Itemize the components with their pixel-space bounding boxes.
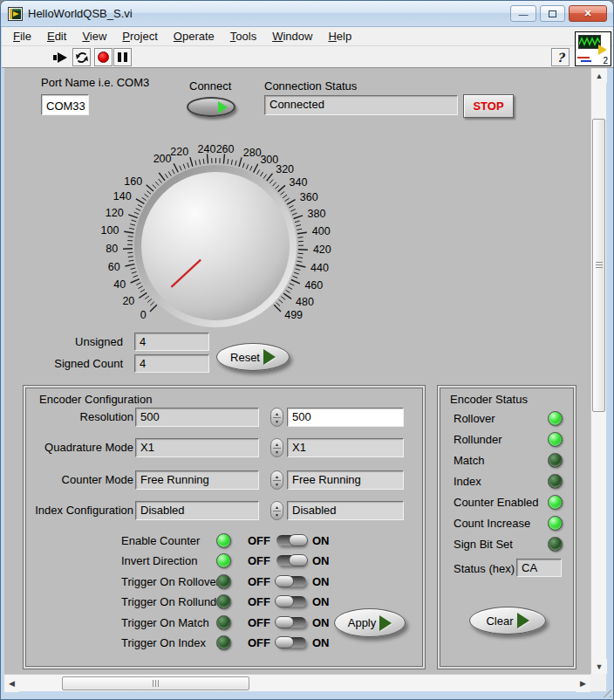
wire-blue (581, 60, 591, 62)
abort-icon (98, 51, 109, 63)
trigger-on-rollover-switch[interactable] (275, 575, 308, 587)
enable-counter-switch[interactable] (275, 534, 308, 546)
index-configuration-control[interactable]: Disabled (287, 501, 404, 520)
on-label: ON (312, 636, 330, 649)
svg-text:420: 420 (313, 244, 331, 256)
scroll-up-arrow[interactable]: ▲ (591, 68, 607, 83)
scroll-left-arrow[interactable]: ◀ (4, 675, 19, 692)
stop-button[interactable]: STOP (463, 94, 514, 118)
spinner-up-icon[interactable]: ▲ (275, 442, 279, 447)
quadrature-mode-spinner[interactable]: ▲▼ (270, 438, 283, 457)
horizontal-scroll-thumb[interactable] (62, 676, 249, 690)
reset-button[interactable]: Reset (216, 343, 290, 371)
trigger-on-match-switch[interactable] (275, 616, 308, 628)
counter-mode-indicator: Free Running (135, 470, 259, 490)
window-title: HelloWorldQSB_S.vi (28, 7, 133, 20)
vertical-scroll-thumb[interactable] (592, 119, 605, 412)
restore-icon (549, 10, 556, 17)
restore-button[interactable] (540, 5, 565, 22)
minimize-button[interactable]: — (510, 5, 536, 22)
menu-project[interactable]: Project (114, 28, 165, 45)
spinner-up-icon[interactable]: ▲ (275, 411, 279, 416)
status-hex-label: Status (hex) (454, 562, 515, 575)
on-label: ON (312, 554, 330, 567)
trigger-on-index-switch[interactable] (275, 636, 308, 649)
spinner-down-icon[interactable]: ▼ (275, 450, 279, 455)
port-name-input[interactable] (41, 94, 89, 115)
count-increase-label: Count Increase (454, 517, 530, 530)
minimize-icon: — (519, 9, 529, 19)
switch-handle[interactable] (289, 534, 308, 546)
run-continuous-button[interactable] (72, 48, 91, 66)
menu-file[interactable]: File (5, 28, 39, 45)
switch-handle[interactable] (275, 616, 294, 628)
svg-text:380: 380 (308, 208, 326, 220)
menu-edit[interactable]: Edit (39, 28, 74, 45)
rollunder-label: Rollunder (454, 433, 502, 446)
pause-icon (118, 52, 127, 62)
menubar: File Edit View Project Operate Tools Win… (2, 27, 614, 46)
svg-text:340: 340 (290, 176, 308, 189)
pause-button[interactable] (113, 48, 132, 66)
invert-direction-switch[interactable] (275, 554, 308, 566)
spinner-down-icon[interactable]: ▼ (275, 482, 279, 487)
spinner-down-icon[interactable]: ▼ (275, 419, 279, 424)
abort-button[interactable] (94, 48, 113, 66)
context-help-button[interactable]: ? (551, 48, 570, 66)
yellow-arrow-icon (598, 45, 607, 55)
vi-panel-icon[interactable]: 2 (575, 31, 611, 66)
close-button[interactable]: ✕ (569, 5, 607, 22)
resolution-spinner[interactable]: ▲▼ (270, 408, 283, 427)
index-configuration-spinner[interactable]: ▲▼ (270, 501, 283, 520)
menu-tools[interactable]: Tools (222, 28, 264, 45)
status-row-sign-bit: Sign Bit Set (438, 537, 576, 552)
svg-text:440: 440 (310, 262, 329, 274)
signed-count-indicator: 4 (134, 354, 209, 373)
connection-status-label: Connection Status (264, 79, 357, 93)
titlebar: HelloWorldQSB_S.vi — ✕ (1, 1, 613, 27)
connect-button[interactable] (187, 97, 235, 117)
menu-operate[interactable]: Operate (166, 28, 222, 45)
toggle-row-enable-counter: Enable Counter OFF ON (24, 533, 425, 548)
menu-window[interactable]: Window (264, 28, 320, 45)
svg-text:20: 20 (122, 295, 134, 307)
resolution-control[interactable]: 500 (287, 408, 404, 427)
invert-direction-label: Invert Direction (121, 554, 197, 567)
menu-view[interactable]: View (74, 28, 114, 45)
spinner-down-icon[interactable]: ▼ (275, 512, 279, 518)
switch-handle[interactable] (275, 636, 294, 649)
encoder-status-title: Encoder Status (450, 393, 528, 406)
signed-count-label: Signed Count (27, 357, 123, 370)
trigger-on-rollover-label: Trigger On Rollover (121, 575, 220, 588)
counter-enabled-label: Counter Enabled (454, 496, 539, 509)
svg-text:400: 400 (312, 225, 331, 237)
spinner-up-icon[interactable]: ▲ (275, 504, 279, 510)
trigger-on-rollunder-switch[interactable] (275, 595, 308, 607)
apply-arrow-icon (379, 615, 392, 631)
run-continuous-icon (75, 51, 89, 65)
match-led (548, 453, 563, 468)
scroll-right-arrow[interactable]: ▶ (576, 675, 590, 692)
switch-handle[interactable] (289, 554, 308, 566)
switch-handle[interactable] (275, 575, 294, 587)
counter-mode-control[interactable]: Free Running (287, 470, 404, 490)
invert-direction-led (216, 553, 231, 568)
quadrature-mode-control[interactable]: X1 (287, 438, 404, 457)
reset-arrow-icon (263, 349, 276, 365)
off-label: OFF (248, 575, 270, 588)
menu-help[interactable]: Help (320, 28, 359, 45)
apply-button[interactable]: Apply (334, 608, 406, 637)
status-hex-indicator: CA (516, 559, 562, 577)
scroll-down-arrow[interactable]: ▼ (591, 659, 607, 674)
clear-button[interactable]: Clear (469, 607, 546, 635)
svg-text:360: 360 (300, 191, 318, 203)
count-dial[interactable]: 0204060801001201401602002202402602803003… (95, 140, 339, 340)
run-button[interactable] (51, 48, 70, 66)
connect-label: Connect (189, 79, 231, 93)
switch-handle[interactable] (275, 595, 294, 607)
config-row-resolution: Resolution 500 ▲▼ 500 (24, 408, 425, 427)
spinner-up-icon[interactable]: ▲ (275, 474, 279, 479)
svg-text:60: 60 (108, 261, 120, 273)
off-label: OFF (248, 534, 270, 547)
counter-mode-spinner[interactable]: ▲▼ (270, 470, 283, 490)
